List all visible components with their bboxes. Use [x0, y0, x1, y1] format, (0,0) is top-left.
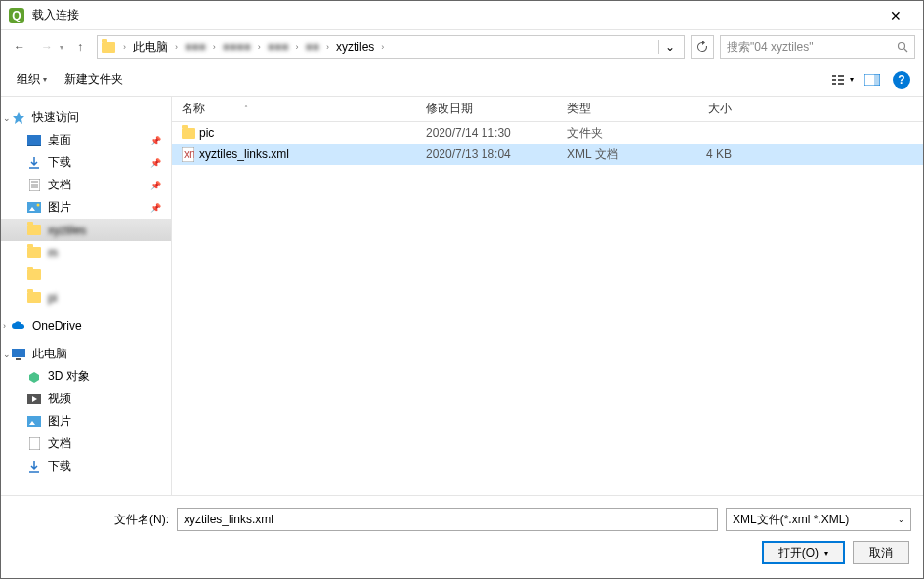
- sidebar-documents[interactable]: 文档 📌: [1, 174, 171, 196]
- svg-rect-11: [27, 135, 41, 145]
- sidebar-this-pc[interactable]: ⌄ 此电脑: [1, 343, 171, 365]
- folder-icon: [26, 268, 42, 283]
- svg-point-19: [37, 204, 40, 207]
- svg-rect-2: [832, 75, 836, 77]
- file-name: xyztiles_links.xml: [199, 147, 426, 161]
- folder-icon: [182, 128, 199, 139]
- sidebar-downloads[interactable]: 下载 📌: [1, 151, 171, 174]
- help-button[interactable]: ?: [890, 68, 913, 92]
- sidebar-quick-access[interactable]: ⌄ 快速访问: [1, 106, 171, 129]
- file-row[interactable]: xmlxyztiles_links.xml2020/7/13 18:04XML …: [172, 144, 923, 165]
- breadcrumb-seg[interactable]: ■■■: [182, 38, 209, 56]
- chevron-down-icon: ⌄: [898, 516, 904, 524]
- svg-rect-17: [27, 202, 41, 213]
- desktop-icon: [26, 133, 42, 148]
- forward-button[interactable]: →: [36, 36, 58, 58]
- sidebar-folder[interactable]: m: [1, 241, 171, 264]
- window-title: 载入连接: [32, 7, 876, 23]
- svg-rect-25: [27, 416, 41, 427]
- sort-indicator-icon: ˄: [244, 104, 248, 113]
- svg-marker-22: [29, 372, 39, 383]
- breadcrumb-seg[interactable]: ■■: [303, 38, 323, 56]
- sidebar-pictures[interactable]: 图片 📌: [1, 196, 171, 219]
- video-icon: [26, 392, 42, 407]
- svg-marker-10: [13, 112, 24, 124]
- document-icon: [26, 178, 42, 193]
- svg-rect-3: [832, 79, 836, 81]
- svg-point-0: [899, 43, 905, 50]
- sidebar-downloads-2[interactable]: 下载: [1, 455, 171, 477]
- up-button[interactable]: ↑: [69, 36, 91, 58]
- svg-rect-21: [16, 358, 21, 360]
- sidebar-pictures-2[interactable]: 图片: [1, 410, 171, 433]
- picture-icon: [26, 414, 42, 430]
- svg-rect-4: [832, 83, 836, 85]
- document-icon: [26, 436, 42, 452]
- close-button[interactable]: ✕: [876, 8, 915, 23]
- sidebar-desktop[interactable]: 桌面 📌: [1, 129, 171, 151]
- breadcrumb-pc[interactable]: 此电脑: [130, 37, 171, 58]
- sidebar-onedrive[interactable]: › OneDrive: [1, 314, 171, 337]
- sidebar-folder[interactable]: pi: [1, 286, 171, 309]
- svg-rect-5: [838, 75, 844, 77]
- sidebar: ⌄ 快速访问 桌面 📌 下载 📌 文档 📌: [1, 97, 172, 495]
- svg-text:xml: xml: [184, 147, 194, 161]
- file-date: 2020/7/14 11:30: [426, 126, 567, 140]
- breadcrumb-seg[interactable]: ■■■■: [220, 38, 254, 56]
- file-size: 4 KB: [665, 147, 743, 161]
- pin-icon: 📌: [150, 181, 161, 190]
- pin-icon: 📌: [150, 203, 161, 213]
- column-name[interactable]: 名称 ˄: [182, 101, 426, 117]
- sidebar-3d-objects[interactable]: 3D 对象: [1, 365, 171, 388]
- sidebar-documents-2[interactable]: 文档: [1, 433, 171, 455]
- file-type-filter[interactable]: XML文件(*.xml *.XML) ⌄: [726, 508, 911, 531]
- column-size[interactable]: 大小: [665, 101, 743, 117]
- svg-rect-6: [838, 79, 844, 81]
- file-type: XML 文档: [567, 146, 665, 163]
- breadcrumb[interactable]: › 此电脑 › ■■■ › ■■■■ › ■■■ › ■■ › xyztiles…: [97, 35, 685, 59]
- app-icon: Q: [9, 8, 24, 23]
- preview-pane-button[interactable]: [861, 68, 884, 92]
- svg-rect-27: [29, 437, 40, 450]
- cancel-button[interactable]: 取消: [853, 541, 909, 564]
- star-icon: [11, 110, 26, 126]
- breadcrumb-last[interactable]: xyztiles: [333, 38, 377, 56]
- open-button[interactable]: 打开(O) ▾: [762, 541, 845, 564]
- svg-rect-7: [838, 83, 844, 85]
- sidebar-folder[interactable]: [1, 264, 171, 286]
- folder-row[interactable]: pic2020/7/14 11:30文件夹: [172, 122, 923, 144]
- back-button[interactable]: ←: [9, 36, 30, 58]
- folder-icon: [102, 39, 119, 55]
- sidebar-videos[interactable]: 视频: [1, 388, 171, 410]
- breadcrumb-seg[interactable]: ■■■: [265, 38, 292, 56]
- column-date[interactable]: 修改日期: [426, 101, 567, 117]
- svg-rect-12: [27, 145, 41, 146]
- history-dropdown[interactable]: ▾: [60, 43, 63, 52]
- cloud-icon: [11, 318, 26, 334]
- column-type[interactable]: 类型: [567, 101, 665, 117]
- search-placeholder: 搜索"04 xyztiles": [727, 39, 814, 56]
- svg-line-1: [904, 49, 907, 52]
- cube-icon: [26, 369, 42, 385]
- search-input[interactable]: 搜索"04 xyztiles": [720, 35, 915, 59]
- search-icon: [897, 41, 908, 53]
- folder-icon: [26, 223, 42, 238]
- pin-icon: 📌: [150, 158, 161, 168]
- folder-icon: [26, 290, 42, 306]
- new-folder-button[interactable]: 新建文件夹: [59, 67, 129, 92]
- pin-icon: 📌: [150, 136, 161, 145]
- picture-icon: [26, 200, 42, 216]
- view-options-button[interactable]: ▾: [831, 68, 855, 92]
- folder-icon: [26, 245, 42, 261]
- file-name: pic: [199, 126, 426, 140]
- file-icon: xml: [182, 147, 199, 162]
- download-icon: [26, 155, 42, 171]
- organize-button[interactable]: 组织▾: [11, 67, 53, 92]
- file-type: 文件夹: [567, 125, 665, 142]
- svg-rect-9: [874, 74, 880, 86]
- refresh-button[interactable]: [691, 35, 714, 59]
- download-icon: [26, 459, 42, 475]
- filename-input[interactable]: [177, 508, 718, 531]
- breadcrumb-dropdown[interactable]: ⌄: [658, 40, 680, 54]
- sidebar-folder-xyztiles[interactable]: xyztiles: [1, 219, 171, 241]
